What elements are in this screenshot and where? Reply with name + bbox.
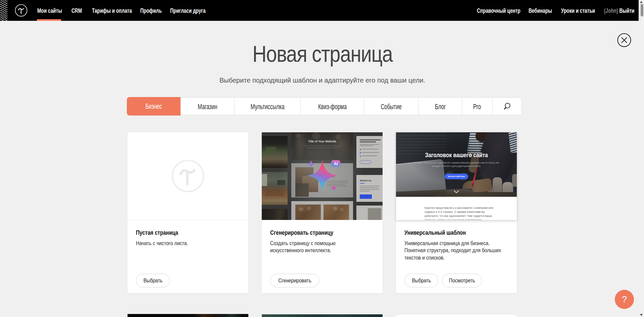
svg-text:AI: AI bbox=[334, 162, 338, 166]
